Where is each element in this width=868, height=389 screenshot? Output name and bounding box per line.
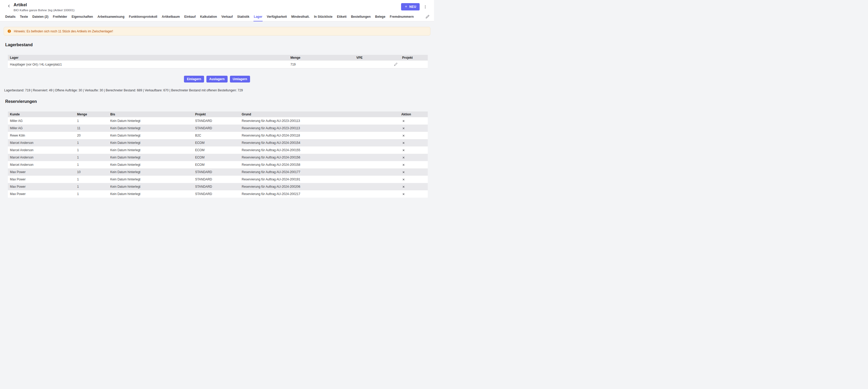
res-cell-kunde: Marcel Anderson [8,154,75,161]
tab-mindesthalt[interactable]: Mindesthalt. [291,13,310,22]
reservation-row: Marcel Anderson1Kein Datum hinterlegtECO… [8,147,428,154]
tab-lager[interactable]: Lager [253,13,262,22]
stock-action-buttons: EinlagernAuslagernUmlagern [0,76,434,83]
delete-reservation-button[interactable] [401,185,406,189]
warning-text: Hinweis: Es befinden sich noch 11 Stück … [14,30,113,33]
res-cell-kunde: Max Power [8,168,75,176]
delete-reservation-button[interactable] [401,141,406,145]
delete-reservation-button[interactable] [401,133,406,138]
delete-reservation-button[interactable] [401,148,406,153]
res-cell-aktion [399,132,428,139]
edit-page-button[interactable] [425,13,430,21]
res-cell-menge: 1 [75,183,108,190]
res-cell-grund: Reservierung für Auftrag AU-2023-200113 [240,125,399,132]
close-icon [402,170,405,174]
res-cell-grund: Reservierung für Auftrag AU-2023-200113 [240,117,399,125]
close-icon [402,141,405,145]
einlagern-button[interactable]: Einlagern [184,76,204,83]
res-col-kunde: Kunde [8,111,75,117]
pencil-icon [426,15,429,19]
stock-col-menge: Menge [288,55,354,61]
tab-verkauf[interactable]: Verkauf [221,13,233,22]
res-cell-bis: Kein Datum hinterlegt [108,183,193,190]
delete-reservation-button[interactable] [401,170,406,174]
res-cell-menge: 1 [75,139,108,147]
tab-einkauf[interactable]: Einkauf [184,13,196,22]
close-icon [402,156,405,160]
res-cell-grund: Reservierung für Auftrag AU-2024-200158 [240,161,399,168]
res-cell-aktion [399,125,428,132]
chevron-left-icon [7,5,11,9]
res-cell-bis: Kein Datum hinterlegt [108,139,193,147]
auslagern-button[interactable]: Auslagern [207,76,227,83]
tab-in-stuckliste[interactable]: In Stückliste [314,13,333,22]
res-cell-projekt: ECOM [193,139,240,147]
page-title: Artikel [13,3,74,7]
res-cell-grund: Reservierung für Auftrag AU-2024-200156 [240,154,399,161]
res-col-bis: Bis [108,111,193,117]
delete-reservation-button[interactable] [401,163,406,167]
tab-arbeitsanweisung[interactable]: Arbeitsanweisung [97,13,125,22]
stock-cell-menge: 719 [288,61,354,68]
kebab-menu-button[interactable] [423,4,428,10]
stock-table-head-row: LagerMengeVPEProjekt [8,55,428,61]
stock-cell-vpe [354,61,400,68]
umlagern-button[interactable]: Umlagern [230,76,250,83]
back-button[interactable] [7,3,11,9]
res-cell-bis: Kein Datum hinterlegt [108,147,193,154]
delete-reservation-button[interactable] [401,119,406,123]
res-cell-kunde: Marcel Anderson [8,139,75,147]
close-icon [402,178,405,182]
tab-details[interactable]: Details [5,13,16,22]
res-cell-menge: 1 [75,190,108,198]
tab-dateien-2[interactable]: Dateien (2) [32,13,49,22]
tab-fremdnummern[interactable]: Fremdnummern [390,13,414,22]
delete-reservation-button[interactable] [401,177,406,182]
reservations-table-body: Miller AG1Kein Datum hinterlegtSTANDARDR… [8,117,428,198]
res-cell-grund: Reservierung für Auftrag AU-2024-200177 [240,168,399,176]
tab-kalkulation[interactable]: Kalkulation [200,13,217,22]
tab-bestellungen[interactable]: Bestellungen [351,13,371,22]
delete-reservation-button[interactable] [401,155,406,160]
close-icon [402,185,405,189]
res-cell-bis: Kein Datum hinterlegt [108,168,193,176]
res-cell-bis: Kein Datum hinterlegt [108,125,193,132]
close-icon [402,119,405,123]
res-cell-projekt: ECOM [193,161,240,168]
tab-verfugbarkeit[interactable]: Verfügbarkeit [267,13,287,22]
res-cell-aktion [399,190,428,198]
reservation-row: Marcel Anderson1Kein Datum hinterlegtECO… [8,139,428,147]
res-cell-kunde: Max Power [8,190,75,198]
reservation-row: Marcel Anderson1Kein Datum hinterlegtECO… [8,154,428,161]
delete-reservation-button[interactable] [401,192,406,196]
tab-statistik[interactable]: Statistik [237,13,250,22]
edit-stock-row-button[interactable] [394,62,398,67]
close-icon [402,192,405,196]
close-icon [402,134,405,138]
reservation-row: Miller AG1Kein Datum hinterlegtSTANDARDR… [8,117,428,125]
res-cell-grund: Reservierung für Auftrag AU-2024-200206 [240,183,399,190]
res-cell-projekt: B2C [193,132,240,139]
res-cell-aktion [399,176,428,183]
tab-artikelbaum[interactable]: Artikelbaum [161,13,180,22]
article-page: Artikel BIO Kaffee ganze Bohne 1kg (Arti… [0,0,434,208]
stock-cell-lager: Hauptlager (vor Ort) / HL-Lagerplatz1 [8,61,288,68]
new-button[interactable]: NEU [401,3,420,10]
kebab-icon [423,6,427,10]
res-cell-projekt: STANDARD [193,176,240,183]
tab-belege[interactable]: Belege [375,13,386,22]
tab-etikett[interactable]: Etikett [337,13,347,22]
res-cell-aktion [399,117,428,125]
tab-funktionsprotokoll[interactable]: Funktionsprotokoll [129,13,158,22]
tab-eigenschaften[interactable]: Eigenschaften [71,13,93,22]
tab-texte[interactable]: Texte [20,13,28,22]
res-col-projekt: Projekt [193,111,240,117]
reservations-table-head-row: KundeMengeBisProjektGrundAktion [8,111,428,117]
res-cell-menge: 1 [75,176,108,183]
res-cell-aktion [399,183,428,190]
res-col-menge: Menge [75,111,108,117]
stock-row: Hauptlager (vor Ort) / HL-Lagerplatz1719 [8,61,428,68]
res-cell-bis: Kein Datum hinterlegt [108,176,193,183]
delete-reservation-button[interactable] [401,126,406,131]
tab-freifelder[interactable]: Freifelder [53,13,67,22]
